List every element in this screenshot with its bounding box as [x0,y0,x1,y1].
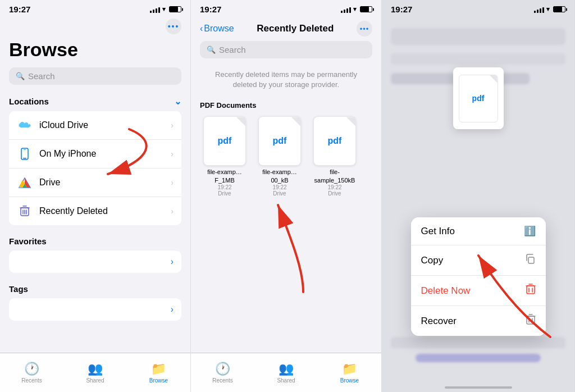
recover-label: Recover [421,316,457,327]
context-item-recover[interactable]: Recover [411,306,546,336]
nav-back-row: ‹ Browse Recently Deleted ••• [191,16,381,39]
left-panel: 19:27 ▾ ••• Browse 🔍 Search Locations ⌄ [0,0,191,392]
more-button-left[interactable]: ••• [166,19,181,34]
pdf-filename-1: file-examp…00_kB [255,168,304,184]
pdf-source-0: Drive [218,190,231,197]
status-time-middle: 19:27 [200,4,221,14]
recents-label: Recents [21,377,42,384]
context-menu: Get Info ℹ️ Copy Delete Now [411,217,546,336]
status-icons-left: ▾ [150,6,181,13]
browse-label: Browse [149,377,168,384]
search-bar-left[interactable]: 🔍 Search [9,67,181,85]
back-label: Browse [204,24,234,34]
recover-icon [526,314,536,328]
battery-icon-m [360,6,372,12]
pdf-item-0[interactable]: pdf file-examp…F_1MB 19:22 Drive [200,116,249,197]
icloud-drive-label: iCloud Drive [39,120,171,130]
browse-icon-m: 📁 [342,362,357,376]
icloud-icon [17,117,33,133]
context-item-getinfo[interactable]: Get Info ℹ️ [411,217,546,245]
pdf-section-label: PDF Documents [191,97,381,114]
deleted-notice: Recently deleted items may be permanentl… [191,65,381,97]
locations-label: Locations [9,97,49,106]
pdf-icon-2: pdf [313,116,356,166]
context-item-copy[interactable]: Copy [411,245,546,276]
favorites-chevron: › [171,257,174,267]
recents-icon-m: 🕐 [215,362,230,376]
status-bar-middle: 19:27 ▾ [191,0,381,16]
home-indicator-right [445,386,512,389]
svg-rect-15 [528,257,534,263]
signal-icon-m [341,6,351,13]
tags-label: Tags [0,275,190,296]
context-item-delete[interactable]: Delete Now [411,276,546,306]
status-bar-left: 19:27 ▾ [0,0,190,16]
more-button-middle[interactable]: ••• [357,21,372,37]
list-item-recently-deleted[interactable]: Recently Deleted › [9,197,181,225]
search-icon-middle: 🔍 [207,45,216,54]
locations-section-header: Locations ⌄ [0,92,190,109]
status-time-left: 19:27 [9,4,30,14]
pdf-item-2[interactable]: pdf file-sample_150kB 19:22 Drive [310,116,359,197]
page-title-left: Browse [0,39,190,65]
pdf-time-0: 19:22 [217,184,231,190]
status-bar-right: 19:27 ▾ [382,0,574,16]
delete-icon [526,284,536,298]
shared-icon: 👥 [88,362,103,376]
middle-title: Recently Deleted [257,23,334,34]
battery-icon-r [553,6,565,12]
pdf-grid: pdf file-examp…F_1MB 19:22 Drive pdf fil… [191,114,381,203]
pdf-icon-0: pdf [203,116,246,166]
favorites-label: Favorites [0,227,190,248]
nav-shared-middle[interactable]: 👥 Shared [254,362,318,384]
search-placeholder-middle: Search [219,45,246,54]
list-item-icloud[interactable]: iCloud Drive › [9,111,181,140]
wifi-icon-m: ▾ [353,6,357,13]
recently-deleted-label: Recently Deleted [39,206,171,216]
recents-label-m: Recents [212,377,233,384]
middle-panel: 19:27 ▾ ‹ Browse Recently Deleted ••• 🔍 [191,0,382,392]
pdf-filename-2: file-sample_150kB [310,168,359,184]
nav-recents-left[interactable]: 🕐 Recents [0,362,63,384]
pdf-icon-1: pdf [258,116,301,166]
status-time-right: 19:27 [391,4,412,14]
search-bar-middle[interactable]: 🔍 Search [200,41,372,58]
nav-recents-middle[interactable]: 🕐 Recents [191,362,254,384]
pdf-time-2: 19:22 [327,184,341,190]
drive-label: Drive [39,177,171,188]
iphone-chevron: › [171,149,174,158]
bottom-nav-left: 🕐 Recents 👥 Shared 📁 Browse [0,353,190,392]
bottom-nav-middle: 🕐 Recents 👥 Shared 📁 Browse [191,353,381,392]
back-button[interactable]: ‹ Browse [200,24,234,34]
browse-icon-left: 📁 [151,362,166,376]
shared-badge-container: 👥 [88,362,103,376]
pdf-preview: pdf [453,67,504,129]
list-item-iphone[interactable]: On My iPhone › [9,140,181,168]
shared-icon-m: 👥 [279,362,294,376]
nav-shared-left[interactable]: 👥 Shared [63,362,127,384]
deleted-chevron: › [171,207,174,216]
svg-rect-21 [527,316,535,324]
pdf-filename-0: file-examp…F_1MB [200,168,249,184]
search-icon-left: 🔍 [16,72,25,80]
iphone-icon [17,146,33,162]
shared-label: Shared [86,377,104,384]
tags-chevron: › [171,304,174,314]
favorites-item[interactable]: › [9,250,181,273]
svg-rect-16 [527,286,535,294]
status-icons-middle: ▾ [341,6,372,13]
wifi-icon-r: ▾ [546,6,550,13]
search-placeholder-left: Search [28,71,55,81]
list-item-drive[interactable]: Drive › [9,168,181,197]
signal-icon [150,6,160,13]
drive-icon [17,175,33,190]
pdf-source-2: Drive [328,190,341,197]
svg-rect-1 [23,158,26,159]
nav-browse-left[interactable]: 📁 Browse [127,362,190,384]
pdf-preview-label: pdf [472,94,485,103]
nav-browse-middle[interactable]: 📁 Browse [318,362,381,384]
recents-icon: 🕐 [24,362,39,376]
pdf-source-1: Drive [273,190,286,197]
pdf-item-1[interactable]: pdf file-examp…00_kB 19:22 Drive [255,116,304,197]
tags-item[interactable]: › [9,298,181,321]
